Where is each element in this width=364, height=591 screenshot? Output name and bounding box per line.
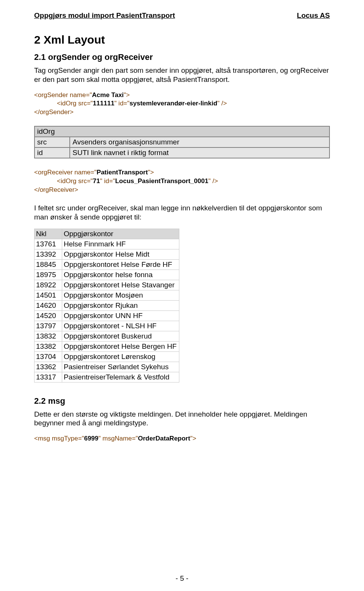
table-header-cell: Oppgjørskontor <box>62 229 179 239</box>
header-left: Oppgjørs modul import PasientTransport <box>34 11 175 20</box>
table-cell: PasientreiserTelemark & Vestfold <box>62 372 179 382</box>
table-cell: Oppgjørskontoret Lørenskog <box>62 351 179 362</box>
xml-text: " id=" <box>100 177 115 185</box>
table-header-cell: Nkl <box>35 229 62 239</box>
table-row: 13761Helse Finnmark HF <box>35 239 179 249</box>
table-row: 13392Oppgjørskontor Helse Midt <box>35 249 179 259</box>
table-cell: 13317 <box>35 372 62 382</box>
table-cell: Oppgjørskontor Helse Midt <box>62 249 179 259</box>
table-cell: 13832 <box>35 331 62 341</box>
table-cell: Oppgjørskontor helse fonna <box>62 270 179 280</box>
table-cell: 14520 <box>35 310 62 321</box>
table-cell: Oppgjørskontor Mosjøen <box>62 290 179 300</box>
subsection-22-para: Dette er den største og viktigste meldin… <box>34 410 330 428</box>
table-row: 13797Oppgjørskontoret - NLSH HF <box>35 321 179 331</box>
xml-text: <msg msgType=" <box>34 435 84 442</box>
table-row: id SUTI link navnet i riktig format <box>35 147 329 158</box>
xml-text: " id=" <box>115 100 130 107</box>
xml-text: <orgSender name=" <box>34 91 92 99</box>
xml-text: "> <box>148 169 154 176</box>
table-cell: 13797 <box>35 321 62 331</box>
xml-text: <idOrg src=" <box>57 100 93 107</box>
table-row: 13832Oppgjørskontoret Buskerud <box>35 331 179 341</box>
table-cell: Oppgjørskontoret Helse Stavanger <box>62 280 179 290</box>
table-cell: Oppgjørskontoret Helse Bergen HF <box>62 341 179 351</box>
xml-snippet-msg: <msg msgType="6999" msgName="OrderDataRe… <box>34 434 330 443</box>
param-table-idorg: idOrg src Avsenders organisasjonsnummer … <box>34 126 330 158</box>
table-row: 13382Oppgjørskontoret Helse Bergen HF <box>35 341 179 351</box>
table-row: idOrg <box>35 126 329 137</box>
table-cell: id <box>35 147 70 158</box>
table-cell: 13382 <box>35 341 62 351</box>
xml-text: "> <box>190 435 196 442</box>
table-cell: Pasientreiser Sørlandet Sykehus <box>62 362 179 372</box>
table-cell: Avsenders organisasjonsnummer <box>70 137 329 147</box>
table-cell: SUTI link navnet i riktig format <box>70 147 329 158</box>
table-cell: 18922 <box>35 280 62 290</box>
table-cell: 13704 <box>35 351 62 362</box>
table-row: 18922Oppgjørskontoret Helse Stavanger <box>35 280 179 290</box>
table-row: 14520Oppgjørskontor UNN HF <box>35 310 179 321</box>
table-cell: 14501 <box>35 290 62 300</box>
section-title: 2 Xml Layout <box>34 33 330 46</box>
header-right: Locus AS <box>297 11 330 20</box>
page: Oppgjørs modul import PasientTransport L… <box>0 0 364 591</box>
table-cell: 18845 <box>35 259 62 270</box>
mid-para: I feltet src under orgReceiver, skal man… <box>34 204 330 222</box>
xml-snippet-orgreceiver: <orgReceiver name="PatientTransport"> <i… <box>34 168 330 194</box>
table-row: 14501Oppgjørskontor Mosjøen <box>35 290 179 300</box>
table-cell: Oppgjerskontoret Helse Førde HF <box>62 259 179 270</box>
xml-text: " /> <box>208 177 218 185</box>
table-header-cell: idOrg <box>35 126 329 137</box>
xml-value: OrderDataReport <box>138 435 190 442</box>
xml-text: "> <box>124 91 130 99</box>
table-row: src Avsenders organisasjonsnummer <box>35 137 329 147</box>
table-row: 13317PasientreiserTelemark & Vestfold <box>35 372 179 382</box>
table-cell: 14620 <box>35 300 62 310</box>
table-cell: Oppgjørskontoret - NLSH HF <box>62 321 179 331</box>
page-number: - 5 - <box>0 574 364 583</box>
table-row: 18975Oppgjørskontor helse fonna <box>35 270 179 280</box>
xml-text: </orgReceiver> <box>34 186 78 193</box>
xml-value: PatientTransport <box>97 169 148 176</box>
xml-text: " /> <box>217 100 227 107</box>
table-row: 13704Oppgjørskontoret Lørenskog <box>35 351 179 362</box>
xml-text: </orgSender> <box>34 108 74 116</box>
xml-value: 71 <box>93 177 100 185</box>
xml-value: systemleverandør-eier-linkid <box>130 100 217 107</box>
subsection-21-title: 2.1 orgSender og orgReceiver <box>34 52 330 62</box>
table-cell: Oppgjørskontoret Buskerud <box>62 331 179 341</box>
xml-snippet-orgsender: <orgSender name="Acme Taxi"> <idOrg src=… <box>34 91 330 117</box>
table-cell: 13761 <box>35 239 62 249</box>
xml-text: <idOrg src=" <box>57 177 93 185</box>
table-row: 18845Oppgjerskontoret Helse Førde HF <box>35 259 179 270</box>
page-header: Oppgjørs modul import PasientTransport L… <box>34 11 330 20</box>
subsection-22-title: 2.2 msg <box>34 396 330 406</box>
xml-value: 6999 <box>84 435 99 442</box>
subsection-21-para: Tag orgSender angir den part som sender … <box>34 66 330 84</box>
table-row: 14620Oppgjørskontor Rjukan <box>35 300 179 310</box>
xml-value: Acme Taxi <box>92 91 124 99</box>
xml-text: <orgReceiver name=" <box>34 169 97 176</box>
table-cell: 18975 <box>35 270 62 280</box>
table-row: 13362Pasientreiser Sørlandet Sykehus <box>35 362 179 372</box>
table-cell: Oppgjørskontor Rjukan <box>62 300 179 310</box>
table-cell: 13392 <box>35 249 62 259</box>
table-cell: 13362 <box>35 362 62 372</box>
table-cell: Oppgjørskontor UNN HF <box>62 310 179 321</box>
table-cell: src <box>35 137 70 147</box>
nkl-table: Nkl Oppgjørskontor 13761Helse Finnmark H… <box>34 229 179 383</box>
xml-text: " msgName=" <box>99 435 138 442</box>
xml-value: Locus_PasientTransport_0001 <box>115 177 209 185</box>
table-row: Nkl Oppgjørskontor <box>35 229 179 239</box>
xml-value: 111111 <box>93 100 115 107</box>
table-cell: Helse Finnmark HF <box>62 239 179 249</box>
